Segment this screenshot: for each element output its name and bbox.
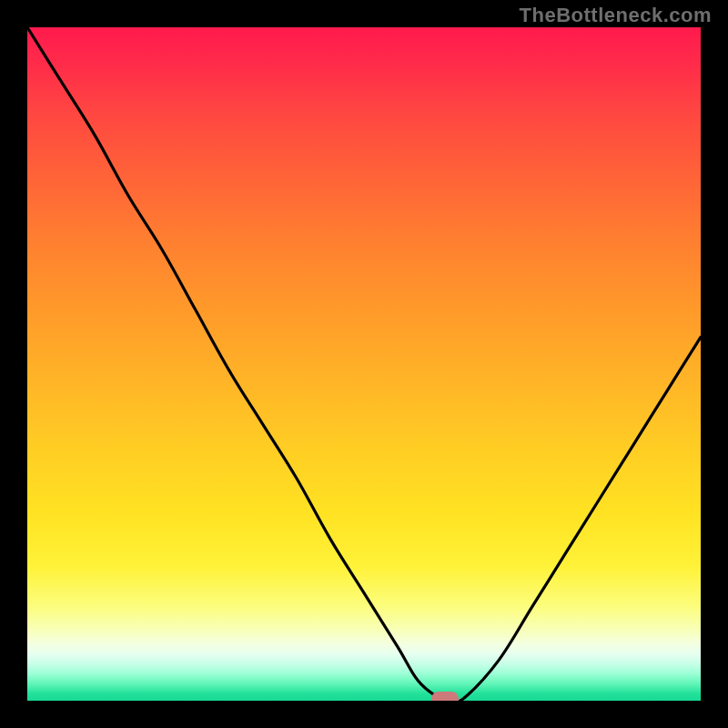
chart-frame: TheBottleneck.com [0,0,728,728]
watermark-text: TheBottleneck.com [520,4,712,27]
bottleneck-curve [27,27,701,701]
optimal-point-marker [431,692,459,701]
plot-area [27,27,701,701]
